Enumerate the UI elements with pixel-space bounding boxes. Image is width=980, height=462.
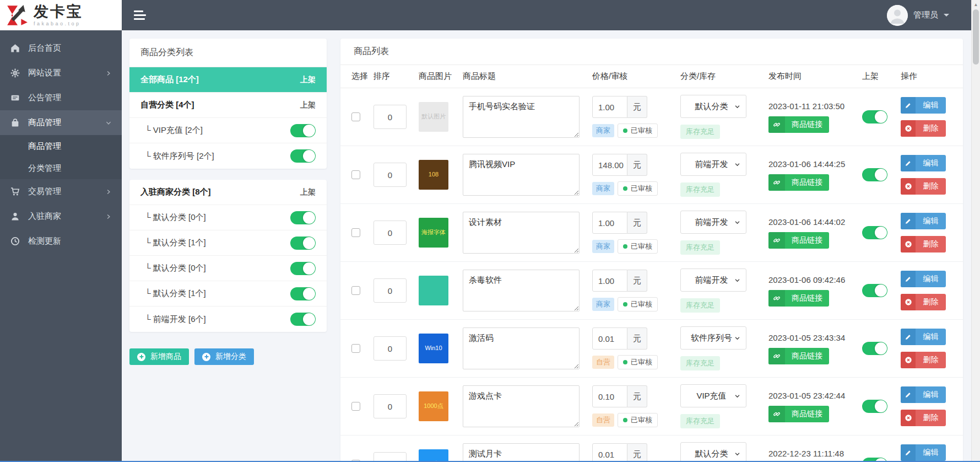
delete-button[interactable]: 删除 xyxy=(901,294,946,310)
edit-button[interactable]: 编辑 xyxy=(901,213,946,229)
category-select[interactable]: 默认分类 xyxy=(680,95,746,118)
sidebar-item-label: 入驻商家 xyxy=(28,211,105,222)
category-select[interactable]: 前端开发 xyxy=(680,153,746,176)
product-link-button[interactable]: 商品链接 xyxy=(768,116,829,133)
shelf-toggle[interactable] xyxy=(862,400,887,413)
row-checkbox[interactable] xyxy=(351,402,360,411)
user-menu[interactable]: 管理员 xyxy=(887,5,949,26)
price-input[interactable] xyxy=(592,327,627,350)
category-enabled-toggle[interactable] xyxy=(290,287,316,300)
edit-button[interactable]: 编辑 xyxy=(901,444,946,461)
add-category-button[interactable]: 新增分类 xyxy=(194,348,254,365)
price-input[interactable] xyxy=(592,270,627,292)
product-image: Win10 xyxy=(419,334,448,363)
category-select[interactable]: VIP充值 xyxy=(680,384,746,407)
sidebar-item-入驻商家[interactable]: 入驻商家 xyxy=(0,204,122,229)
link-icon xyxy=(768,232,785,249)
row-checkbox[interactable] xyxy=(351,112,360,121)
category-enabled-toggle[interactable] xyxy=(290,313,316,326)
row-checkbox[interactable] xyxy=(351,344,360,353)
status-dot xyxy=(623,360,627,364)
category-select[interactable]: 前端开发 xyxy=(680,268,746,292)
product-title-textarea[interactable] xyxy=(463,96,580,138)
delete-button[interactable]: 删除 xyxy=(901,236,946,253)
product-title-textarea[interactable] xyxy=(463,154,580,196)
product-link-button[interactable]: 商品链接 xyxy=(768,232,829,249)
sort-input[interactable] xyxy=(373,105,407,129)
sidebar-item-后台首页[interactable]: 后台首页 xyxy=(0,36,122,61)
category-select[interactable]: 前端开发 xyxy=(680,211,746,234)
edit-button[interactable]: 编辑 xyxy=(901,97,946,114)
category-enabled-toggle[interactable] xyxy=(290,149,316,163)
category-select[interactable]: 软件序列号 xyxy=(680,326,746,350)
category-row-selected[interactable]: 全部商品 [12个]上架 xyxy=(129,67,327,93)
product-link-button[interactable]: 商品链接 xyxy=(768,174,829,191)
column-header: 选择 xyxy=(351,71,373,82)
delete-button[interactable]: 删除 xyxy=(901,352,946,368)
sidebar-item-商品管理[interactable]: 商品管理 xyxy=(0,110,122,135)
chevron-down-icon xyxy=(734,162,740,168)
sidebar-subitem-分类管理[interactable]: 分类管理 xyxy=(0,157,122,179)
sort-input[interactable] xyxy=(373,278,407,303)
price-input[interactable] xyxy=(592,154,627,176)
edit-button[interactable]: 编辑 xyxy=(901,329,946,345)
price-input[interactable] xyxy=(592,385,627,407)
shelf-toggle[interactable] xyxy=(862,284,887,297)
delete-button[interactable]: 删除 xyxy=(901,120,946,137)
page-scrollbar[interactable]: ▲ xyxy=(971,0,980,462)
audit-status-badge: 已审核 xyxy=(618,355,658,369)
product-title-textarea[interactable] xyxy=(463,270,580,311)
add-product-button[interactable]: 新增商品 xyxy=(129,348,189,365)
product-link-button[interactable]: 商品链接 xyxy=(768,406,829,422)
audit-status-badge: 已审核 xyxy=(618,413,658,427)
sidebar-item-检测更新[interactable]: 检测更新 xyxy=(0,229,122,254)
column-header: 操作 xyxy=(901,71,952,82)
brand-logo[interactable]: 发卡宝 fakabao.top xyxy=(0,0,122,30)
delete-button[interactable]: 删除 xyxy=(901,178,946,195)
sort-input[interactable] xyxy=(373,336,407,361)
shelf-toggle[interactable] xyxy=(862,168,887,181)
category-enabled-toggle[interactable] xyxy=(290,237,316,250)
product-title-textarea[interactable] xyxy=(463,327,580,369)
shelf-toggle[interactable] xyxy=(862,110,887,123)
chevron-down-icon xyxy=(734,104,740,110)
price-unit-addon: 元 xyxy=(627,96,647,118)
sidebar-item-交易管理[interactable]: 交易管理 xyxy=(0,179,122,204)
chevron-right-icon xyxy=(105,213,112,220)
sort-input[interactable] xyxy=(373,221,407,245)
shelf-status-label: 上架 xyxy=(300,187,316,197)
sidebar-subitem-商品管理[interactable]: 商品管理 xyxy=(0,135,122,157)
category-enabled-toggle[interactable] xyxy=(290,124,316,137)
publish-time: 2022-12-23 11:11:48 xyxy=(768,449,844,458)
sidebar-item-网站设置[interactable]: 网站设置 xyxy=(0,61,122,85)
price-input[interactable] xyxy=(592,212,627,234)
row-checkbox[interactable] xyxy=(351,228,360,237)
shelf-toggle[interactable] xyxy=(862,342,887,355)
edit-button[interactable]: 编辑 xyxy=(901,386,946,403)
shelf-toggle[interactable] xyxy=(862,226,887,239)
category-select[interactable]: 默认分类 xyxy=(680,442,746,462)
category-enabled-toggle[interactable] xyxy=(290,211,316,224)
link-icon xyxy=(768,116,785,133)
edit-button[interactable]: 编辑 xyxy=(901,155,946,171)
category-label: 自营分类 [4个] xyxy=(140,100,194,110)
product-title-textarea[interactable] xyxy=(463,212,580,254)
sort-input[interactable] xyxy=(373,163,407,187)
sort-input[interactable] xyxy=(373,394,407,418)
sidebar-item-公告管理[interactable]: 公告管理 xyxy=(0,85,122,110)
product-link-button[interactable]: 商品链接 xyxy=(768,290,829,307)
product-link-button[interactable]: 商品链接 xyxy=(768,348,829,364)
delete-button[interactable]: 删除 xyxy=(901,410,946,426)
row-checkbox[interactable] xyxy=(351,286,360,295)
price-input[interactable] xyxy=(592,443,627,462)
edit-button[interactable]: 编辑 xyxy=(901,271,946,287)
category-enabled-toggle[interactable] xyxy=(290,262,316,275)
scrollbar-up-arrow[interactable]: ▲ xyxy=(972,0,980,9)
scrollbar-thumb[interactable] xyxy=(973,9,979,65)
price-input[interactable] xyxy=(592,96,627,118)
row-checkbox[interactable] xyxy=(351,170,360,179)
product-title-textarea[interactable] xyxy=(463,385,580,427)
product-title-textarea[interactable] xyxy=(463,443,580,462)
sidebar-collapse-button[interactable] xyxy=(134,10,146,20)
shelf-status-label: 上架 xyxy=(300,75,316,85)
